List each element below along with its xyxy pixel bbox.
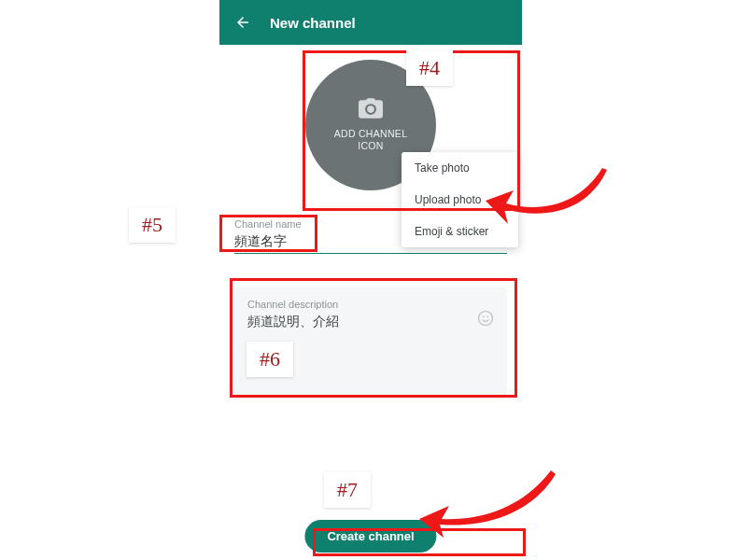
channel-description-value[interactable]: 頻道説明、介紹 [247,314,494,330]
svg-point-3 [479,312,493,326]
back-icon[interactable] [234,14,251,31]
svg-point-4 [483,316,485,318]
annotation-arrow-4 [486,159,607,233]
annotation-tag-4: #4 [406,50,453,86]
annotation-tag-5: #5 [129,207,176,243]
avatar-label: ADD CHANNEL ICON [334,128,408,152]
emoji-icon[interactable] [477,310,494,329]
annotation-tag-7: #7 [324,472,371,508]
page-title: New channel [270,15,356,31]
annotation-tag-6: #6 [247,342,293,377]
camera-icon [359,98,383,122]
svg-point-5 [486,316,488,318]
channel-description-label: Channel description [247,299,494,310]
header-bar: New channel [219,0,522,45]
annotation-arrow-7 [416,465,556,539]
